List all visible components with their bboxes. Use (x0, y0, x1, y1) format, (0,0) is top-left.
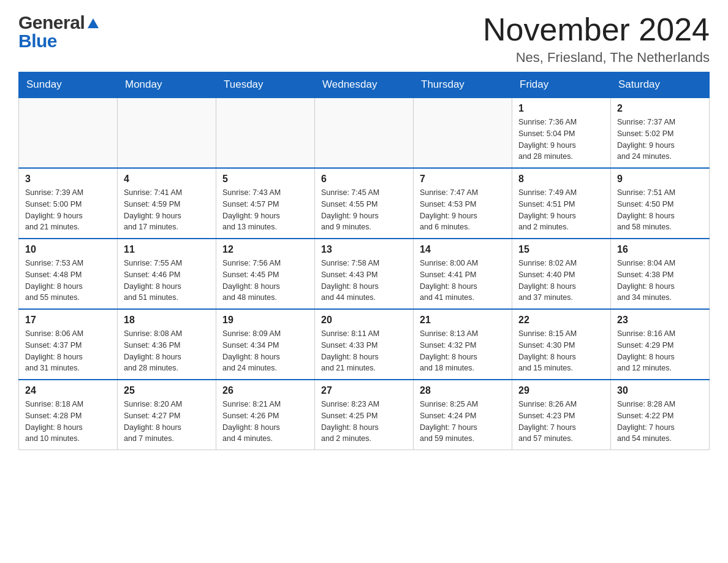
day-number: 21 (420, 315, 506, 326)
day-number: 28 (420, 385, 506, 396)
header-friday: Friday (512, 72, 611, 98)
week-row-4: 17Sunrise: 8:06 AMSunset: 4:37 PMDayligh… (19, 309, 710, 380)
day-info: Sunrise: 8:06 AMSunset: 4:37 PMDaylight:… (25, 328, 111, 374)
day-info: Sunrise: 7:58 AMSunset: 4:43 PMDaylight:… (321, 258, 407, 304)
day-info: Sunrise: 8:02 AMSunset: 4:40 PMDaylight:… (518, 258, 604, 304)
calendar-cell: 12Sunrise: 7:56 AMSunset: 4:45 PMDayligh… (216, 239, 315, 309)
calendar-cell (315, 98, 414, 168)
calendar-cell (216, 98, 315, 168)
calendar-cell: 2Sunrise: 7:37 AMSunset: 5:02 PMDaylight… (611, 98, 710, 168)
day-info: Sunrise: 7:53 AMSunset: 4:48 PMDaylight:… (25, 258, 111, 304)
day-number: 9 (617, 174, 703, 185)
day-number: 11 (124, 244, 210, 255)
calendar-cell (414, 98, 512, 168)
day-number: 23 (617, 315, 703, 326)
calendar-cell (118, 98, 216, 168)
calendar-cell: 10Sunrise: 7:53 AMSunset: 4:48 PMDayligh… (19, 239, 118, 309)
day-info: Sunrise: 8:13 AMSunset: 4:32 PMDaylight:… (420, 328, 506, 374)
calendar-cell: 22Sunrise: 8:15 AMSunset: 4:30 PMDayligh… (512, 309, 611, 380)
day-number: 19 (222, 315, 308, 326)
logo-triangle-icon (86, 16, 100, 32)
calendar-cell: 28Sunrise: 8:25 AMSunset: 4:24 PMDayligh… (414, 380, 512, 450)
header-tuesday: Tuesday (216, 72, 315, 98)
location-title: Nes, Friesland, The Netherlands (483, 50, 710, 66)
calendar-cell: 25Sunrise: 8:20 AMSunset: 4:27 PMDayligh… (118, 380, 216, 450)
day-number: 14 (420, 244, 506, 255)
day-number: 3 (25, 174, 111, 185)
header-sunday: Sunday (19, 72, 118, 98)
month-title: November 2024 (483, 12, 710, 47)
day-info: Sunrise: 8:28 AMSunset: 4:22 PMDaylight:… (617, 399, 703, 445)
day-number: 29 (518, 385, 604, 396)
day-info: Sunrise: 7:39 AMSunset: 5:00 PMDaylight:… (25, 187, 111, 233)
day-info: Sunrise: 8:16 AMSunset: 4:29 PMDaylight:… (617, 328, 703, 374)
day-info: Sunrise: 8:11 AMSunset: 4:33 PMDaylight:… (321, 328, 407, 374)
calendar-cell: 29Sunrise: 8:26 AMSunset: 4:23 PMDayligh… (512, 380, 611, 450)
calendar-cell: 9Sunrise: 7:51 AMSunset: 4:50 PMDaylight… (611, 168, 710, 239)
day-info: Sunrise: 8:04 AMSunset: 4:38 PMDaylight:… (617, 258, 703, 304)
svg-marker-0 (88, 18, 99, 28)
week-row-5: 24Sunrise: 8:18 AMSunset: 4:28 PMDayligh… (19, 380, 710, 450)
logo: General Blue (18, 12, 100, 52)
day-number: 26 (222, 385, 308, 396)
day-number: 20 (321, 315, 407, 326)
header-monday: Monday (118, 72, 216, 98)
calendar-cell: 30Sunrise: 8:28 AMSunset: 4:22 PMDayligh… (611, 380, 710, 450)
calendar-cell: 23Sunrise: 8:16 AMSunset: 4:29 PMDayligh… (611, 309, 710, 380)
day-info: Sunrise: 8:18 AMSunset: 4:28 PMDaylight:… (25, 399, 111, 445)
calendar-cell: 14Sunrise: 8:00 AMSunset: 4:41 PMDayligh… (414, 239, 512, 309)
day-info: Sunrise: 8:23 AMSunset: 4:25 PMDaylight:… (321, 399, 407, 445)
week-row-2: 3Sunrise: 7:39 AMSunset: 5:00 PMDaylight… (19, 168, 710, 239)
day-number: 22 (518, 315, 604, 326)
calendar-cell (19, 98, 118, 168)
day-info: Sunrise: 7:55 AMSunset: 4:46 PMDaylight:… (124, 258, 210, 304)
weekday-header-row: Sunday Monday Tuesday Wednesday Thursday… (19, 72, 710, 98)
day-number: 2 (617, 103, 703, 114)
day-info: Sunrise: 7:41 AMSunset: 4:59 PMDaylight:… (124, 187, 210, 233)
day-info: Sunrise: 7:47 AMSunset: 4:53 PMDaylight:… (420, 187, 506, 233)
day-number: 15 (518, 244, 604, 255)
day-info: Sunrise: 8:15 AMSunset: 4:30 PMDaylight:… (518, 328, 604, 374)
day-number: 16 (617, 244, 703, 255)
day-info: Sunrise: 7:56 AMSunset: 4:45 PMDaylight:… (222, 258, 308, 304)
logo-blue-text: Blue (18, 31, 57, 52)
header-wednesday: Wednesday (315, 72, 414, 98)
calendar-cell: 24Sunrise: 8:18 AMSunset: 4:28 PMDayligh… (19, 380, 118, 450)
day-number: 5 (222, 174, 308, 185)
header-saturday: Saturday (611, 72, 710, 98)
calendar-cell: 21Sunrise: 8:13 AMSunset: 4:32 PMDayligh… (414, 309, 512, 380)
calendar-cell: 6Sunrise: 7:45 AMSunset: 4:55 PMDaylight… (315, 168, 414, 239)
calendar-cell: 26Sunrise: 8:21 AMSunset: 4:26 PMDayligh… (216, 380, 315, 450)
logo-general-text: General (18, 12, 85, 33)
day-info: Sunrise: 8:20 AMSunset: 4:27 PMDaylight:… (124, 399, 210, 445)
day-number: 25 (124, 385, 210, 396)
day-number: 18 (124, 315, 210, 326)
calendar-table: Sunday Monday Tuesday Wednesday Thursday… (18, 72, 710, 450)
day-info: Sunrise: 8:00 AMSunset: 4:41 PMDaylight:… (420, 258, 506, 304)
day-number: 24 (25, 385, 111, 396)
calendar-cell: 16Sunrise: 8:04 AMSunset: 4:38 PMDayligh… (611, 239, 710, 309)
day-number: 27 (321, 385, 407, 396)
calendar-cell: 19Sunrise: 8:09 AMSunset: 4:34 PMDayligh… (216, 309, 315, 380)
day-info: Sunrise: 7:36 AMSunset: 5:04 PMDaylight:… (518, 117, 604, 163)
day-info: Sunrise: 7:43 AMSunset: 4:57 PMDaylight:… (222, 187, 308, 233)
day-info: Sunrise: 7:49 AMSunset: 4:51 PMDaylight:… (518, 187, 604, 233)
calendar-cell: 20Sunrise: 8:11 AMSunset: 4:33 PMDayligh… (315, 309, 414, 380)
calendar-cell: 7Sunrise: 7:47 AMSunset: 4:53 PMDaylight… (414, 168, 512, 239)
day-number: 13 (321, 244, 407, 255)
calendar-cell: 13Sunrise: 7:58 AMSunset: 4:43 PMDayligh… (315, 239, 414, 309)
day-number: 30 (617, 385, 703, 396)
day-number: 6 (321, 174, 407, 185)
calendar-cell: 18Sunrise: 8:08 AMSunset: 4:36 PMDayligh… (118, 309, 216, 380)
day-info: Sunrise: 7:51 AMSunset: 4:50 PMDaylight:… (617, 187, 703, 233)
week-row-3: 10Sunrise: 7:53 AMSunset: 4:48 PMDayligh… (19, 239, 710, 309)
day-info: Sunrise: 8:25 AMSunset: 4:24 PMDaylight:… (420, 399, 506, 445)
calendar-cell: 11Sunrise: 7:55 AMSunset: 4:46 PMDayligh… (118, 239, 216, 309)
day-info: Sunrise: 8:08 AMSunset: 4:36 PMDaylight:… (124, 328, 210, 374)
week-row-1: 1Sunrise: 7:36 AMSunset: 5:04 PMDaylight… (19, 98, 710, 168)
calendar-cell: 15Sunrise: 8:02 AMSunset: 4:40 PMDayligh… (512, 239, 611, 309)
day-info: Sunrise: 8:26 AMSunset: 4:23 PMDaylight:… (518, 399, 604, 445)
calendar-cell: 4Sunrise: 7:41 AMSunset: 4:59 PMDaylight… (118, 168, 216, 239)
title-block: November 2024 Nes, Friesland, The Nether… (483, 12, 710, 66)
header-thursday: Thursday (414, 72, 512, 98)
